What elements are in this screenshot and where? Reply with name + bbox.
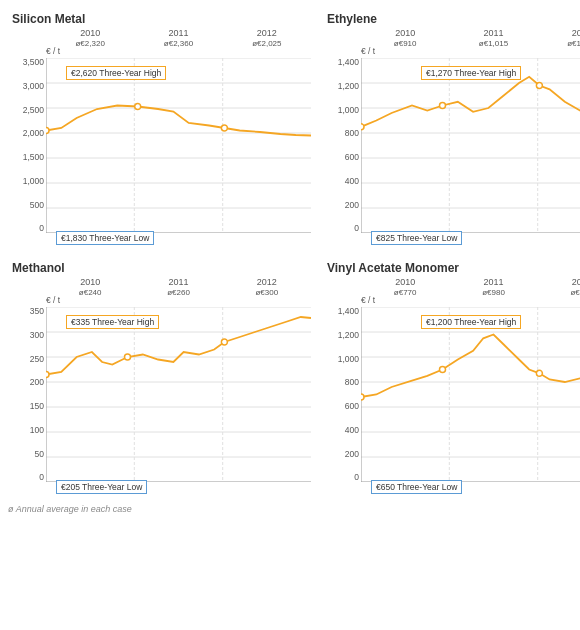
y-axis-label: 0	[39, 473, 44, 482]
y-axis-label: 400	[345, 426, 359, 435]
year-label: 2011ø€260	[134, 277, 222, 297]
y-axis-label: 600	[345, 402, 359, 411]
y-axis-label: 500	[30, 201, 44, 210]
charts-grid: Silicon Metal€ / t2010ø€2,3202011ø€2,360…	[8, 8, 572, 498]
svg-point-25	[361, 124, 364, 130]
y-axis-label: 1,400	[338, 58, 359, 67]
low-label: €650 Three-Year Low	[371, 480, 462, 494]
year-label: 2010ø€240	[46, 277, 134, 297]
high-label: €2,620 Three-Year High	[66, 66, 166, 80]
y-axis-label: 3,500	[23, 58, 44, 67]
low-label: €1,830 Three-Year Low	[56, 231, 154, 245]
y-axis-label: 0	[354, 224, 359, 233]
chart-vinyl-acetate-monomer: Vinyl Acetate Monomer€ / t2010ø€7702011ø…	[323, 257, 580, 498]
y-axis-label: 50	[35, 450, 44, 459]
y-axis-label: 2,000	[23, 129, 44, 138]
y-axis-label: 1,500	[23, 153, 44, 162]
svg-point-13	[221, 125, 227, 131]
year-label: 2010ø€910	[361, 28, 449, 48]
high-label: €335 Three-Year High	[66, 315, 159, 329]
year-label: 2011ø€2,360	[134, 28, 222, 48]
y-axis-label: 250	[30, 355, 44, 364]
y-axis-label: 350	[30, 307, 44, 316]
y-axis-label: 300	[30, 331, 44, 340]
y-axis-label: 100	[30, 426, 44, 435]
svg-point-53	[361, 394, 364, 400]
footnote: ø Annual average in each case	[8, 504, 572, 514]
y-axis-label: 1,000	[338, 355, 359, 364]
y-axis-label: 1,200	[338, 82, 359, 91]
svg-point-27	[536, 83, 542, 89]
y-axis-label: 800	[345, 129, 359, 138]
y-axis-label: 1,400	[338, 307, 359, 316]
high-label: €1,200 Three-Year High	[421, 315, 521, 329]
y-axis-label: 200	[345, 450, 359, 459]
y-axis-label: 1,000	[338, 106, 359, 115]
y-axis-label: 0	[39, 224, 44, 233]
svg-point-40	[125, 354, 131, 360]
chart-ethylene: Ethylene€ / t2010ø€9102011ø€1,0152012ø€1…	[323, 8, 580, 249]
svg-point-55	[536, 370, 542, 376]
chart-title-silicon-metal: Silicon Metal	[12, 12, 311, 26]
y-axis-label: 200	[30, 378, 44, 387]
svg-point-54	[440, 367, 446, 373]
low-label: €205 Three-Year Low	[56, 480, 147, 494]
year-label: 2012ø€300	[223, 277, 311, 297]
y-axis-label: 3,000	[23, 82, 44, 91]
y-axis-label: 200	[345, 201, 359, 210]
year-label: 2012ø€850	[538, 277, 580, 297]
chart-methanol: Methanol€ / t2010ø€2402011ø€2602012ø€300…	[8, 257, 315, 498]
chart-silicon-metal: Silicon Metal€ / t2010ø€2,3202011ø€2,360…	[8, 8, 315, 249]
y-axis-label: 2,500	[23, 106, 44, 115]
svg-point-12	[135, 104, 141, 110]
year-label: 2010ø€770	[361, 277, 449, 297]
chart-title-ethylene: Ethylene	[327, 12, 580, 26]
y-axis-label: 600	[345, 153, 359, 162]
year-label: 2011ø€980	[449, 277, 537, 297]
y-axis-label: 0	[354, 473, 359, 482]
y-axis-label: 150	[30, 402, 44, 411]
y-axis-label: 1,200	[338, 331, 359, 340]
y-axis-label: 400	[345, 177, 359, 186]
chart-title-methanol: Methanol	[12, 261, 311, 275]
low-label: €825 Three-Year Low	[371, 231, 462, 245]
year-label: 2010ø€2,320	[46, 28, 134, 48]
svg-point-11	[46, 128, 49, 134]
y-axis-label: 1,000	[23, 177, 44, 186]
high-label: €1,270 Three-Year High	[421, 66, 521, 80]
year-label: 2012ø€1,140	[538, 28, 580, 48]
chart-title-vinyl-acetate-monomer: Vinyl Acetate Monomer	[327, 261, 580, 275]
svg-point-39	[46, 372, 49, 378]
svg-point-41	[221, 339, 227, 345]
year-label: 2011ø€1,015	[449, 28, 537, 48]
svg-point-26	[440, 103, 446, 109]
year-label: 2012ø€2,025	[223, 28, 311, 48]
y-axis-label: 800	[345, 378, 359, 387]
